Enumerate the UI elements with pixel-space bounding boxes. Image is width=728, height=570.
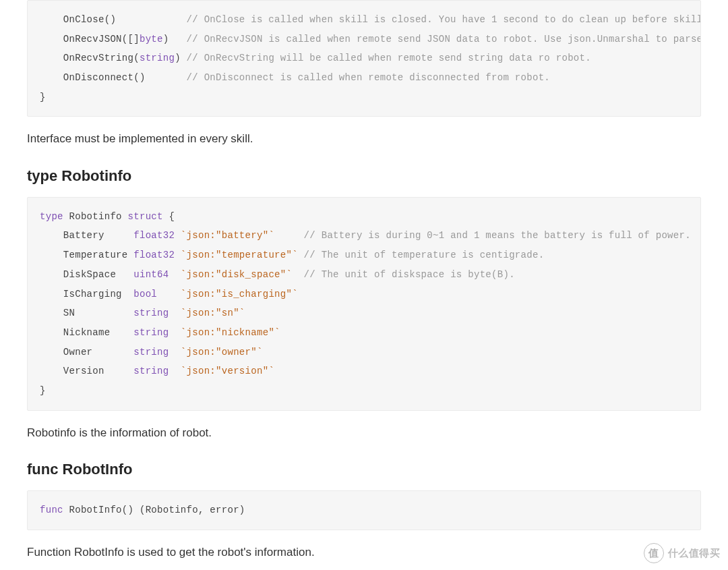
code-block-robotinfo: type Robotinfo struct { Battery float32 … bbox=[27, 197, 701, 411]
code-text: ) bbox=[175, 53, 186, 63]
code-pre: OnClose() // OnClose is called when skil… bbox=[40, 10, 688, 107]
code-block-interface: OnClose() // OnClose is called when skil… bbox=[27, 0, 701, 117]
watermark-badge: 值 bbox=[644, 543, 664, 563]
code-scroll[interactable]: OnClose() // OnClose is called when skil… bbox=[28, 1, 700, 116]
code-keyword: func bbox=[40, 505, 63, 515]
code-pre: func RobotInfo() (Robotinfo, error) bbox=[40, 501, 688, 520]
watermark: 值 什么值得买 bbox=[644, 543, 721, 563]
code-keyword: struct bbox=[128, 211, 163, 222]
doc-page: OnClose() // OnClose is called when skil… bbox=[0, 0, 728, 570]
code-type: string bbox=[140, 53, 175, 63]
code-type: byte bbox=[140, 34, 163, 45]
code-text: Robotinfo bbox=[63, 211, 128, 222]
code-scroll-static: func RobotInfo() (Robotinfo, error) bbox=[28, 491, 700, 530]
watermark-text: 什么值得买 bbox=[668, 547, 721, 560]
code-comment: // OnRecvString will be called when remo… bbox=[187, 53, 591, 63]
code-text: OnClose() bbox=[40, 14, 187, 25]
code-block-func-robotinfo: func RobotInfo() (Robotinfo, error) bbox=[27, 490, 701, 530]
code-text: OnRecvString( bbox=[40, 53, 140, 63]
code-scroll-static: type Robotinfo struct { Battery float32 … bbox=[28, 198, 700, 410]
paragraph-func-desc: Function RobotInfo is used to get the ro… bbox=[27, 544, 701, 561]
code-text: ) bbox=[163, 34, 187, 45]
code-pre: type Robotinfo struct { Battery float32 … bbox=[40, 207, 688, 401]
code-text: OnRecvJSON([] bbox=[40, 34, 140, 45]
code-text: RobotInfo() (Robotinfo, error) bbox=[63, 505, 245, 515]
code-text: } bbox=[40, 92, 46, 103]
code-comment: // OnDisconnect is called when remote di… bbox=[187, 72, 550, 83]
code-comment: // OnClose is called when skill is close… bbox=[187, 14, 700, 25]
code-keyword: type bbox=[40, 211, 63, 222]
paragraph-interface-desc: Interface must be implemented in every s… bbox=[27, 130, 701, 148]
code-text: { bbox=[163, 211, 175, 222]
paragraph-robotinfo-desc: Robotinfo is the information of robot. bbox=[27, 424, 701, 442]
code-comment: // OnRecvJSON is called when remote send… bbox=[187, 34, 700, 45]
code-text: OnDisconnect() bbox=[40, 72, 187, 83]
heading-type-robotinfo: type Robotinfo bbox=[27, 167, 701, 185]
heading-func-robotinfo: func RobotInfo bbox=[27, 461, 701, 478]
